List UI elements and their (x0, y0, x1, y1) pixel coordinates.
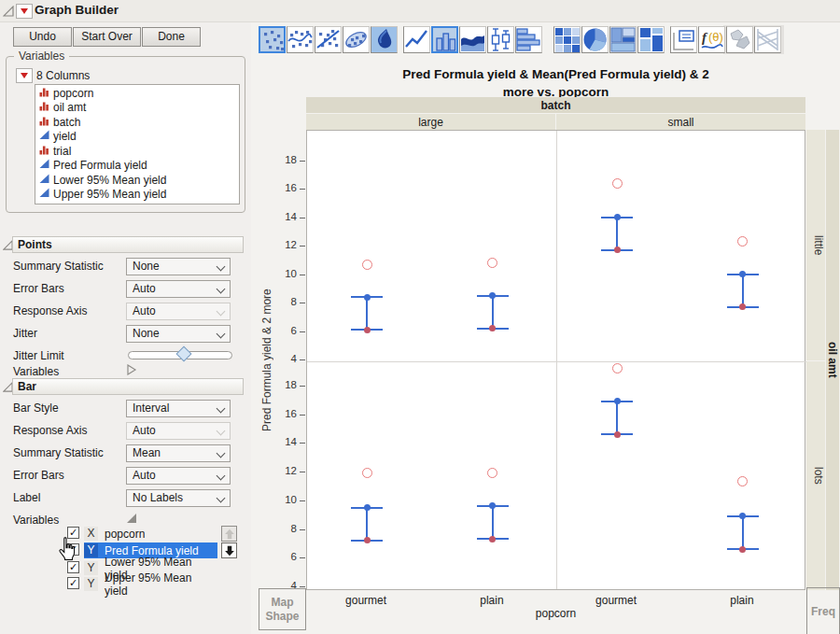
mosaic-icon[interactable] (637, 26, 665, 53)
heatmap-icon[interactable] (553, 26, 581, 53)
bar-icon[interactable] (431, 26, 458, 53)
lower-95-point[interactable] (489, 536, 496, 542)
undo-button[interactable]: Undo (13, 27, 72, 47)
box-plot-icon[interactable] (487, 26, 514, 53)
summary-statistic-dropdown[interactable]: None (126, 258, 231, 275)
pred-formula-yield-point[interactable] (362, 260, 372, 270)
map-shape-drop-zone[interactable]: Map Shape (259, 588, 306, 630)
checkbox[interactable]: ✓ (67, 577, 79, 589)
area-icon[interactable] (459, 26, 486, 53)
pred-formula-yield-point[interactable] (487, 258, 497, 268)
lower-95-point[interactable] (614, 431, 621, 438)
contour-icon[interactable] (371, 26, 398, 53)
mean-interval-line[interactable] (742, 516, 744, 549)
pred-formula-yield-point[interactable] (362, 468, 372, 478)
ellipse-icon[interactable] (343, 26, 370, 53)
columns-red-triangle-menu-icon[interactable] (16, 68, 33, 83)
bar-style-dropdown[interactable]: Interval (126, 400, 231, 417)
red-triangle-menu-icon[interactable] (16, 4, 33, 19)
points-icon[interactable] (259, 26, 286, 53)
mean-interval-line[interactable] (492, 296, 494, 329)
pred-formula-yield-point[interactable] (612, 363, 623, 373)
lower-95-point[interactable] (739, 546, 746, 553)
lower-95-point[interactable] (364, 537, 371, 543)
formula-icon[interactable]: f(θ) (698, 26, 725, 53)
report-title-bar: Graph Builder (0, 0, 840, 22)
control-label: Jitter (13, 327, 37, 340)
error-bars-dropdown[interactable]: Auto (126, 280, 231, 298)
y-tick-label: 8 (269, 523, 297, 534)
assigned-variable-row[interactable]: Xpopcorn (84, 526, 217, 542)
upper-95-point[interactable] (614, 214, 621, 220)
line-icon[interactable] (403, 26, 430, 53)
x-axis-title[interactable]: popcorn (306, 607, 805, 620)
facet-column-label-small: small (556, 114, 805, 130)
pie-icon[interactable] (581, 26, 609, 53)
mean-interval-line[interactable] (366, 297, 368, 330)
graph-title[interactable]: Pred Formula yield & Mean(Pred Formula y… (306, 65, 805, 101)
slider-thumb[interactable] (176, 346, 192, 362)
done-button[interactable]: Done (142, 27, 201, 47)
mean-interval-line[interactable] (492, 506, 494, 539)
upper-95-point[interactable] (364, 294, 371, 301)
variable-name: popcorn (53, 87, 93, 100)
mean-interval-line[interactable] (366, 508, 368, 541)
variable-item[interactable]: batch (35, 115, 239, 130)
upper-95-point[interactable] (364, 504, 371, 511)
pred-formula-yield-point[interactable] (487, 468, 497, 478)
bar-section-header[interactable]: Bar (12, 378, 244, 395)
start-over-button[interactable]: Start Over (73, 27, 141, 47)
mean-interval-line[interactable] (742, 275, 744, 307)
checkbox[interactable]: ✓ (67, 561, 79, 573)
mean-interval-line[interactable] (616, 218, 618, 250)
upper-95-point[interactable] (614, 398, 621, 404)
variable-item[interactable]: yield (35, 130, 239, 145)
jitter-limit-slider[interactable] (128, 351, 232, 359)
lower-95-point[interactable] (364, 327, 371, 333)
treemap-icon[interactable] (609, 26, 637, 53)
smoother-icon[interactable] (287, 26, 314, 53)
y-tick-mark (300, 557, 305, 558)
upper-95-point[interactable] (489, 292, 496, 299)
move-down-button[interactable] (221, 542, 237, 558)
facet-column-label-large: large (306, 114, 555, 130)
upper-95-point[interactable] (739, 513, 746, 519)
histogram-icon[interactable] (515, 26, 542, 53)
caption-box-icon[interactable] (670, 26, 697, 53)
label-dropdown[interactable]: No Labels (126, 489, 231, 507)
lower-95-point[interactable] (614, 247, 621, 253)
y-tick-label: 12 (269, 465, 297, 476)
mean-interval-line[interactable] (616, 402, 618, 434)
upper-95-point[interactable] (739, 271, 746, 277)
variable-item[interactable]: oil amt (35, 101, 239, 116)
collapse-triangle-icon[interactable] (3, 6, 14, 17)
summary-statistic-dropdown[interactable]: Mean (126, 444, 231, 462)
variable-name: trial (53, 145, 71, 158)
lower-95-point[interactable] (489, 325, 496, 331)
variable-item[interactable]: Upper 95% Mean yield (35, 188, 239, 203)
x-tick-label: plain (455, 594, 529, 607)
freq-drop-zone[interactable]: Freq (806, 587, 840, 634)
svg-text:(θ): (θ) (708, 30, 723, 44)
page-title: Graph Builder (35, 3, 119, 17)
jitter-dropdown[interactable]: None (126, 325, 231, 343)
plot-area[interactable] (306, 130, 805, 590)
y-tick-mark (300, 275, 305, 275)
upper-95-point[interactable] (489, 502, 496, 509)
line-of-fit-icon[interactable] (315, 26, 342, 53)
lower-95-point[interactable] (739, 303, 746, 310)
variables-disclosure-icon[interactable] (126, 513, 137, 527)
error-bars-dropdown[interactable]: Auto (126, 467, 231, 485)
points-section-header[interactable]: Points (12, 236, 244, 253)
assigned-variable-row[interactable]: YUpper 95% Mean yield (84, 576, 217, 592)
pred-formula-yield-point[interactable] (612, 178, 623, 189)
pred-formula-yield-point[interactable] (737, 476, 748, 486)
red-bars-icon (39, 116, 53, 129)
variable-item[interactable]: popcorn (35, 86, 239, 101)
variable-item[interactable]: trial (35, 144, 239, 159)
variable-item[interactable]: Pred Formula yield (35, 159, 239, 174)
dropdown-value: Auto (133, 304, 156, 317)
variables-disclosure-icon[interactable] (126, 364, 137, 378)
variable-item[interactable]: Lower 95% Mean yield (35, 173, 239, 188)
pred-formula-yield-point[interactable] (737, 236, 748, 247)
